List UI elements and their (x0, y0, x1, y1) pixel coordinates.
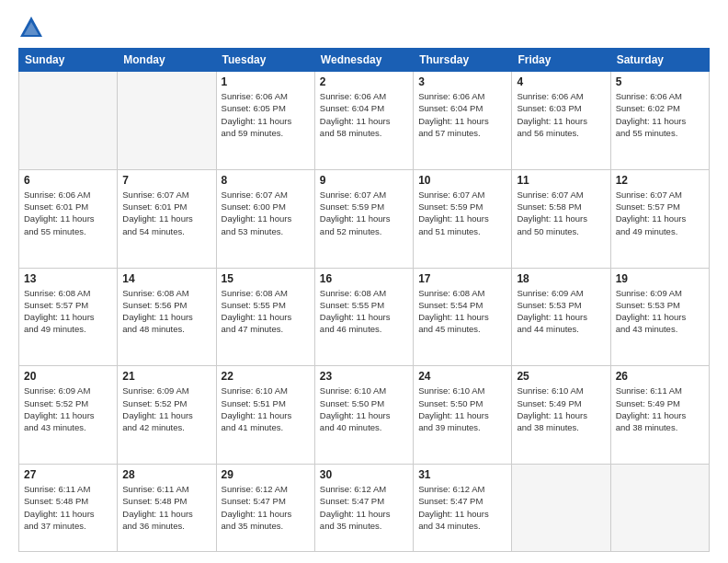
day-info: Sunrise: 6:09 AM Sunset: 5:53 PM Dayligh… (616, 287, 704, 336)
day-number: 2 (320, 75, 408, 88)
day-number: 6 (24, 174, 112, 187)
day-number: 14 (122, 272, 210, 285)
week-row-1: 1Sunrise: 6:06 AM Sunset: 6:05 PM Daylig… (19, 72, 710, 170)
day-info: Sunrise: 6:10 AM Sunset: 5:49 PM Dayligh… (517, 385, 605, 433)
calendar-cell: 7Sunrise: 6:07 AM Sunset: 6:01 PM Daylig… (118, 169, 216, 268)
calendar-cell (512, 465, 610, 552)
day-info: Sunrise: 6:07 AM Sunset: 6:00 PM Dayligh… (222, 189, 310, 237)
calendar-cell: 24Sunrise: 6:10 AM Sunset: 5:50 PM Dayli… (414, 366, 512, 465)
week-row-5: 27Sunrise: 6:11 AM Sunset: 5:48 PM Dayli… (19, 465, 710, 552)
day-number: 28 (122, 468, 210, 481)
calendar-cell: 21Sunrise: 6:09 AM Sunset: 5:52 PM Dayli… (118, 366, 216, 465)
weekday-header-friday: Friday (512, 49, 610, 72)
day-info: Sunrise: 6:07 AM Sunset: 5:57 PM Dayligh… (616, 189, 704, 237)
calendar-cell (610, 465, 709, 552)
day-number: 27 (24, 468, 112, 481)
day-info: Sunrise: 6:08 AM Sunset: 5:55 PM Dayligh… (222, 287, 310, 336)
calendar-cell: 27Sunrise: 6:11 AM Sunset: 5:48 PM Dayli… (19, 465, 118, 552)
calendar-cell: 10Sunrise: 6:07 AM Sunset: 5:59 PM Dayli… (414, 169, 512, 268)
day-info: Sunrise: 6:11 AM Sunset: 5:48 PM Dayligh… (24, 483, 112, 532)
day-number: 12 (616, 174, 704, 187)
calendar-cell: 22Sunrise: 6:10 AM Sunset: 5:51 PM Dayli… (216, 366, 314, 465)
day-info: Sunrise: 6:11 AM Sunset: 5:49 PM Dayligh… (616, 385, 704, 433)
week-row-3: 13Sunrise: 6:08 AM Sunset: 5:57 PM Dayli… (19, 268, 710, 366)
day-info: Sunrise: 6:06 AM Sunset: 6:04 PM Dayligh… (418, 90, 506, 139)
day-number: 1 (222, 75, 310, 88)
day-info: Sunrise: 6:12 AM Sunset: 5:47 PM Dayligh… (222, 483, 310, 532)
day-number: 17 (418, 272, 506, 285)
day-number: 8 (222, 174, 310, 187)
calendar-table: SundayMondayTuesdayWednesdayThursdayFrid… (18, 48, 710, 552)
day-info: Sunrise: 6:10 AM Sunset: 5:50 PM Dayligh… (418, 385, 506, 433)
day-number: 18 (517, 272, 605, 285)
calendar-cell: 25Sunrise: 6:10 AM Sunset: 5:49 PM Dayli… (512, 366, 610, 465)
calendar-cell: 30Sunrise: 6:12 AM Sunset: 5:47 PM Dayli… (314, 465, 413, 552)
calendar-cell: 4Sunrise: 6:06 AM Sunset: 6:03 PM Daylig… (512, 72, 610, 170)
weekday-header-thursday: Thursday (414, 49, 512, 72)
weekday-header-monday: Monday (118, 49, 216, 72)
day-number: 3 (418, 75, 506, 88)
day-info: Sunrise: 6:09 AM Sunset: 5:53 PM Dayligh… (517, 287, 605, 336)
day-info: Sunrise: 6:06 AM Sunset: 6:03 PM Dayligh… (517, 90, 605, 139)
page: SundayMondayTuesdayWednesdayThursdayFrid… (0, 0, 728, 563)
weekday-header-row: SundayMondayTuesdayWednesdayThursdayFrid… (19, 49, 710, 72)
day-info: Sunrise: 6:10 AM Sunset: 5:50 PM Dayligh… (320, 385, 408, 433)
weekday-header-saturday: Saturday (610, 49, 709, 72)
calendar-cell: 6Sunrise: 6:06 AM Sunset: 6:01 PM Daylig… (19, 169, 118, 268)
calendar-cell: 11Sunrise: 6:07 AM Sunset: 5:58 PM Dayli… (512, 169, 610, 268)
day-info: Sunrise: 6:07 AM Sunset: 5:59 PM Dayligh… (418, 189, 506, 237)
day-number: 26 (616, 370, 704, 383)
day-info: Sunrise: 6:07 AM Sunset: 5:58 PM Dayligh… (517, 189, 605, 237)
day-number: 10 (418, 174, 506, 187)
day-number: 21 (122, 370, 210, 383)
day-number: 5 (616, 75, 704, 88)
day-number: 4 (517, 75, 605, 88)
week-row-4: 20Sunrise: 6:09 AM Sunset: 5:52 PM Dayli… (19, 366, 710, 465)
day-number: 30 (320, 468, 408, 481)
calendar-cell: 20Sunrise: 6:09 AM Sunset: 5:52 PM Dayli… (19, 366, 118, 465)
calendar-cell: 9Sunrise: 6:07 AM Sunset: 5:59 PM Daylig… (314, 169, 413, 268)
day-number: 9 (320, 174, 408, 187)
calendar-cell (118, 72, 216, 170)
day-number: 29 (222, 468, 310, 481)
calendar-cell: 31Sunrise: 6:12 AM Sunset: 5:47 PM Dayli… (414, 465, 512, 552)
day-number: 25 (517, 370, 605, 383)
day-number: 23 (320, 370, 408, 383)
calendar-cell: 14Sunrise: 6:08 AM Sunset: 5:56 PM Dayli… (118, 268, 216, 366)
calendar-cell: 13Sunrise: 6:08 AM Sunset: 5:57 PM Dayli… (19, 268, 118, 366)
calendar-cell: 2Sunrise: 6:06 AM Sunset: 6:04 PM Daylig… (314, 72, 413, 170)
weekday-header-wednesday: Wednesday (314, 49, 413, 72)
day-info: Sunrise: 6:12 AM Sunset: 5:47 PM Dayligh… (320, 483, 408, 532)
calendar-cell (19, 72, 118, 170)
calendar-cell: 18Sunrise: 6:09 AM Sunset: 5:53 PM Dayli… (512, 268, 610, 366)
day-info: Sunrise: 6:10 AM Sunset: 5:51 PM Dayligh… (222, 385, 310, 433)
calendar-cell: 8Sunrise: 6:07 AM Sunset: 6:00 PM Daylig… (216, 169, 314, 268)
day-info: Sunrise: 6:11 AM Sunset: 5:48 PM Dayligh… (122, 483, 210, 532)
calendar-cell: 12Sunrise: 6:07 AM Sunset: 5:57 PM Dayli… (610, 169, 709, 268)
logo-icon (18, 15, 44, 40)
day-info: Sunrise: 6:09 AM Sunset: 5:52 PM Dayligh… (24, 385, 112, 433)
calendar-cell: 1Sunrise: 6:06 AM Sunset: 6:05 PM Daylig… (216, 72, 314, 170)
day-info: Sunrise: 6:08 AM Sunset: 5:54 PM Dayligh… (418, 287, 506, 336)
calendar-cell: 16Sunrise: 6:08 AM Sunset: 5:55 PM Dayli… (314, 268, 413, 366)
day-info: Sunrise: 6:07 AM Sunset: 6:01 PM Dayligh… (122, 189, 210, 237)
day-info: Sunrise: 6:06 AM Sunset: 6:05 PM Dayligh… (222, 90, 310, 139)
day-number: 16 (320, 272, 408, 285)
calendar-cell: 28Sunrise: 6:11 AM Sunset: 5:48 PM Dayli… (118, 465, 216, 552)
day-info: Sunrise: 6:12 AM Sunset: 5:47 PM Dayligh… (418, 483, 506, 532)
day-number: 13 (24, 272, 112, 285)
day-number: 31 (418, 468, 506, 481)
calendar-cell: 17Sunrise: 6:08 AM Sunset: 5:54 PM Dayli… (414, 268, 512, 366)
day-info: Sunrise: 6:08 AM Sunset: 5:56 PM Dayligh… (122, 287, 210, 336)
day-number: 15 (222, 272, 310, 285)
weekday-header-sunday: Sunday (19, 49, 118, 72)
day-info: Sunrise: 6:06 AM Sunset: 6:04 PM Dayligh… (320, 90, 408, 139)
day-info: Sunrise: 6:09 AM Sunset: 5:52 PM Dayligh… (122, 385, 210, 433)
day-info: Sunrise: 6:06 AM Sunset: 6:01 PM Dayligh… (24, 189, 112, 237)
day-info: Sunrise: 6:08 AM Sunset: 5:57 PM Dayligh… (24, 287, 112, 336)
day-info: Sunrise: 6:08 AM Sunset: 5:55 PM Dayligh… (320, 287, 408, 336)
week-row-2: 6Sunrise: 6:06 AM Sunset: 6:01 PM Daylig… (19, 169, 710, 268)
calendar-cell: 19Sunrise: 6:09 AM Sunset: 5:53 PM Dayli… (610, 268, 709, 366)
calendar-cell: 26Sunrise: 6:11 AM Sunset: 5:49 PM Dayli… (610, 366, 709, 465)
calendar-cell: 5Sunrise: 6:06 AM Sunset: 6:02 PM Daylig… (610, 72, 709, 170)
